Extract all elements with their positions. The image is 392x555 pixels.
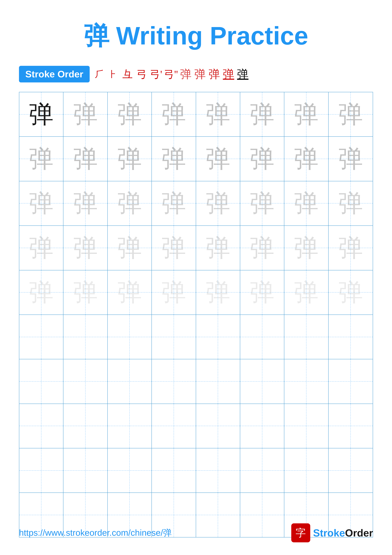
stroke-step-2: ⺊ — [107, 68, 120, 80]
grid-cell-3-5[interactable]: 弹 — [196, 181, 240, 226]
title-text: Writing Practice — [109, 22, 308, 50]
grid-cell-7-7[interactable] — [284, 359, 328, 403]
grid-cell-8-3[interactable] — [108, 404, 152, 448]
grid-cell-9-4[interactable] — [152, 448, 196, 492]
grid-cell-3-2[interactable]: 弹 — [64, 181, 107, 226]
char-display: 弹 — [161, 191, 186, 216]
grid-cell-6-3[interactable] — [108, 315, 152, 359]
char-display: 弹 — [73, 147, 98, 171]
grid-cell-6-1[interactable] — [19, 315, 64, 359]
grid-cell-3-1[interactable]: 弹 — [19, 181, 64, 226]
grid-cell-6-2[interactable] — [64, 315, 107, 359]
char-display: 弹 — [294, 147, 319, 171]
char-display: 弹 — [338, 191, 363, 216]
grid-cell-3-8[interactable]: 弹 — [328, 181, 373, 226]
grid-cell-1-3[interactable]: 弹 — [108, 92, 152, 136]
grid-row-9 — [19, 448, 373, 493]
grid-cell-1-5[interactable]: 弹 — [196, 92, 240, 136]
stroke-order-badge: Stroke Order — [19, 66, 90, 82]
char-display: 弹 — [250, 191, 274, 216]
grid-cell-1-4[interactable]: 弹 — [152, 92, 196, 136]
char-display: 弹 — [250, 236, 274, 260]
grid-cell-2-3[interactable]: 弹 — [108, 137, 152, 181]
grid-cell-1-1[interactable]: 弹 — [19, 92, 64, 136]
grid-cell-6-4[interactable] — [152, 315, 196, 359]
grid-cell-5-8[interactable]: 弹 — [328, 270, 373, 314]
char-display: 弹 — [338, 236, 363, 260]
grid-cell-4-1[interactable]: 弹 — [19, 226, 64, 270]
grid-cell-2-7[interactable]: 弹 — [284, 137, 328, 181]
grid-cell-4-2[interactable]: 弹 — [64, 226, 107, 270]
grid-cell-8-4[interactable] — [152, 404, 196, 448]
grid-cell-4-6[interactable]: 弹 — [240, 226, 284, 270]
grid-cell-9-7[interactable] — [284, 448, 328, 492]
grid-cell-1-7[interactable]: 弹 — [284, 92, 328, 136]
grid-cell-5-4[interactable]: 弹 — [152, 270, 196, 314]
char-display: 弹 — [206, 191, 230, 216]
grid-cell-9-3[interactable] — [108, 448, 152, 492]
grid-cell-3-7[interactable]: 弹 — [284, 181, 328, 226]
grid-cell-8-2[interactable] — [64, 404, 107, 448]
grid-cell-8-8[interactable] — [328, 404, 373, 448]
grid-cell-7-3[interactable] — [108, 359, 152, 403]
grid-cell-9-6[interactable] — [240, 448, 284, 492]
grid-cell-1-6[interactable]: 弹 — [240, 92, 284, 136]
grid-cell-7-1[interactable] — [19, 359, 64, 403]
grid-cell-4-3[interactable]: 弹 — [108, 226, 152, 270]
grid-cell-7-6[interactable] — [240, 359, 284, 403]
stroke-step-6: 弓'' — [164, 67, 178, 81]
grid-cell-5-3[interactable]: 弹 — [108, 270, 152, 314]
grid-cell-7-8[interactable] — [328, 359, 373, 403]
grid-cell-4-8[interactable]: 弹 — [328, 226, 373, 270]
grid-cell-8-6[interactable] — [240, 404, 284, 448]
grid-cell-2-5[interactable]: 弹 — [196, 137, 240, 181]
grid-cell-8-1[interactable] — [19, 404, 64, 448]
grid-cell-9-2[interactable] — [64, 448, 107, 492]
grid-cell-7-2[interactable] — [64, 359, 107, 403]
char-display: 弹 — [206, 102, 230, 127]
footer-logo: 字 StrokeOrder — [291, 523, 373, 542]
grid-cell-8-5[interactable] — [196, 404, 240, 448]
title-section: 弹 Writing Practice — [19, 19, 373, 53]
grid-cell-2-2[interactable]: 弹 — [64, 137, 107, 181]
char-display: 弹 — [117, 280, 142, 305]
grid-cell-4-5[interactable]: 弹 — [196, 226, 240, 270]
grid-cell-6-8[interactable] — [328, 315, 373, 359]
grid-cell-4-7[interactable]: 弹 — [284, 226, 328, 270]
char-display: 弹 — [29, 191, 53, 216]
grid-cell-3-4[interactable]: 弹 — [152, 181, 196, 226]
char-display: 弹 — [117, 102, 142, 127]
grid-cell-5-5[interactable]: 弹 — [196, 270, 240, 314]
grid-cell-7-4[interactable] — [152, 359, 196, 403]
grid-cell-2-8[interactable]: 弹 — [328, 137, 373, 181]
grid-cell-8-7[interactable] — [284, 404, 328, 448]
grid-cell-4-4[interactable]: 弹 — [152, 226, 196, 270]
grid-cell-2-6[interactable]: 弹 — [240, 137, 284, 181]
grid-cell-9-5[interactable] — [196, 448, 240, 492]
char-display: 弹 — [250, 147, 274, 171]
grid-cell-1-2[interactable]: 弹 — [64, 92, 107, 136]
practice-grid: 弹 弹 弹 弹 弹 弹 弹 弹 — [19, 92, 373, 537]
grid-cell-3-6[interactable]: 弹 — [240, 181, 284, 226]
grid-cell-9-1[interactable] — [19, 448, 64, 492]
grid-cell-9-8[interactable] — [328, 448, 373, 492]
grid-cell-5-7[interactable]: 弹 — [284, 270, 328, 314]
grid-cell-5-2[interactable]: 弹 — [64, 270, 107, 314]
grid-cell-2-1[interactable]: 弹 — [19, 137, 64, 181]
grid-cell-3-3[interactable]: 弹 — [108, 181, 152, 226]
grid-cell-1-8[interactable]: 弹 — [328, 92, 373, 136]
grid-cell-2-4[interactable]: 弹 — [152, 137, 196, 181]
char-display: 弹 — [338, 102, 363, 127]
grid-cell-5-1[interactable]: 弹 — [19, 270, 64, 314]
char-display: 弹 — [206, 280, 230, 305]
grid-cell-7-5[interactable] — [196, 359, 240, 403]
char-display: 弹 — [206, 236, 230, 260]
stroke-step-7: 弹 — [179, 67, 192, 82]
char-display: 弹 — [161, 147, 186, 171]
footer-logo-icon: 字 — [291, 523, 310, 542]
grid-cell-6-7[interactable] — [284, 315, 328, 359]
grid-cell-6-5[interactable] — [196, 315, 240, 359]
char-display: 弹 — [206, 147, 230, 171]
grid-cell-6-6[interactable] — [240, 315, 284, 359]
grid-cell-5-6[interactable]: 弹 — [240, 270, 284, 314]
